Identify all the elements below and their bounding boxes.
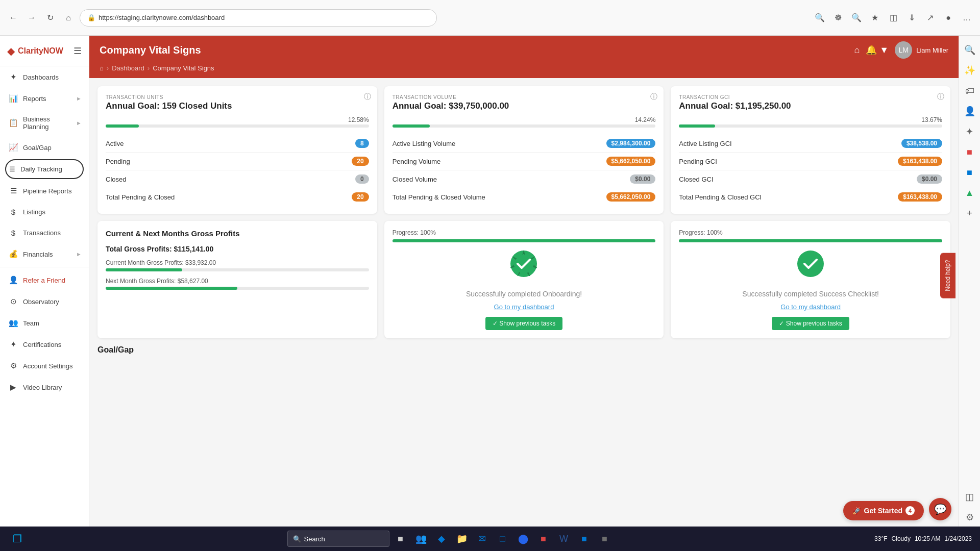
card1-row-pending: Pending 20 <box>106 153 369 170</box>
rp-add-icon[interactable]: + <box>961 204 979 222</box>
show-previous-tasks-button-2[interactable]: ✓ Show previous tasks <box>772 317 849 330</box>
browser-star-icon[interactable]: ★ <box>868 11 882 25</box>
hamburger-menu-icon[interactable]: ☰ <box>74 45 82 57</box>
breadcrumb-dashboard[interactable]: Dashboard <box>112 64 144 72</box>
show-previous-tasks-button-1[interactable]: ✓ Show previous tasks <box>485 317 562 330</box>
sidebar-item-goalgap[interactable]: 📈 Goal/Gap <box>0 137 89 158</box>
rp-outlook-icon[interactable]: ■ <box>961 163 979 182</box>
card3-active-badge: $38,538.00 <box>901 139 942 148</box>
refresh-button[interactable]: ↻ <box>43 11 57 25</box>
taskbar-other-icon[interactable]: ■ <box>596 530 614 548</box>
card1-pending-label: Pending <box>106 158 130 165</box>
back-button[interactable]: ← <box>6 11 20 25</box>
sidebar-item-account-settings[interactable]: ⚙ Account Settings <box>0 355 89 377</box>
card-completed-onboarding: Progress: 100% <box>384 221 664 338</box>
card1-info-icon[interactable]: ⓘ <box>364 92 371 102</box>
need-help-button[interactable]: Need help? <box>940 253 955 298</box>
sidebar-item-financials[interactable]: 💰 Financials ► <box>0 243 89 265</box>
get-started-button[interactable]: 🚀 Get Started 4 <box>843 501 924 520</box>
completed1-progress-fill <box>393 239 656 242</box>
sidebar-item-refer-friend[interactable]: 👤 Refer a Friend <box>0 269 89 291</box>
windows-start-button[interactable]: ❐ <box>8 530 27 548</box>
header-notification-icon[interactable]: 🔔 ▼ <box>866 44 889 56</box>
browser-profile-icon[interactable]: ● <box>941 11 955 25</box>
completed1-link[interactable]: Go to my dashboard <box>494 303 554 311</box>
card3-progress-bg <box>679 124 942 128</box>
browser-download-icon[interactable]: ⇓ <box>904 11 919 25</box>
completed2-message: Successfully completed Success Checklist… <box>742 290 879 298</box>
sidebar-item-reports[interactable]: 📊 Reports ► <box>0 88 89 109</box>
rp-layout-icon[interactable]: ◫ <box>961 488 979 506</box>
card2-info-icon[interactable]: ⓘ <box>650 92 657 102</box>
card2-pending-label: Pending Volume <box>393 158 441 165</box>
url-bar[interactable]: 🔒 https://staging.claritynowre.com/dashb… <box>80 9 437 27</box>
card1-active-label: Active <box>106 140 124 147</box>
card2-row-total: Total Pending & Closed Volume $5,662,050… <box>393 188 656 206</box>
taskbar-office-icon[interactable]: ■ <box>534 530 553 548</box>
browser-search-icon[interactable]: 🔍 <box>813 11 827 25</box>
sidebar-item-business-planning[interactable]: 📋 Business Planning ► <box>0 109 89 137</box>
browser-bar: ← → ↻ ⌂ 🔒 https://staging.claritynowre.c… <box>0 0 980 36</box>
card2-pct: 14.24% <box>393 116 656 123</box>
financials-icon: 💰 <box>9 249 18 259</box>
user-profile[interactable]: LM Liam Miller <box>895 41 948 59</box>
sidebar-label-refer-friend: Refer a Friend <box>23 277 65 284</box>
taskbar-mail-icon[interactable]: ✉ <box>473 530 492 548</box>
taskbar-teams-icon[interactable]: 👥 <box>412 530 430 548</box>
taskbar-dell-icon[interactable]: □ <box>494 530 512 548</box>
card1-total-label: Total Pending & Closed <box>106 193 175 201</box>
sidebar-item-pipeline-reports[interactable]: ☰ Pipeline Reports <box>0 180 89 202</box>
taskbar-explorer-icon[interactable]: 📁 <box>453 530 471 548</box>
browser-menu-icon[interactable]: … <box>960 11 974 25</box>
sidebar-item-listings[interactable]: $ Listings <box>0 202 89 222</box>
chat-button[interactable]: 💬 <box>929 498 951 520</box>
sidebar-item-team[interactable]: 👥 Team <box>0 312 89 334</box>
rp-office-icon[interactable]: ■ <box>961 143 979 161</box>
sidebar-label-certifications: Certifications <box>23 341 61 348</box>
forward-button[interactable]: → <box>24 11 39 25</box>
sidebar-item-daily-tracking[interactable]: ☰ Daily Tracking <box>5 159 84 179</box>
rp-tree-icon[interactable]: ▲ <box>961 184 979 202</box>
account-settings-icon: ⚙ <box>9 361 18 370</box>
daily-tracking-icon: ☰ <box>9 165 15 173</box>
home-button[interactable]: ⌂ <box>61 11 76 25</box>
sidebar-item-dashboards[interactable]: ✦ Dashboards <box>0 66 89 88</box>
taskbar-word-icon[interactable]: W <box>555 530 573 548</box>
completed2-link[interactable]: Go to my dashboard <box>780 303 841 311</box>
logo-icon: ◆ <box>7 45 15 57</box>
content-area: ⓘ TRANSACTION UNITS Annual Goal: 159 Clo… <box>89 78 959 369</box>
header-home-icon[interactable]: ⌂ <box>854 45 860 56</box>
sidebar-label-transactions: Transactions <box>23 229 61 237</box>
rp-sparkle-icon[interactable]: ✨ <box>961 61 979 80</box>
gp-next-label: Next Month Gross Profits: $58,627.00 <box>106 278 369 285</box>
rp-grid-icon[interactable]: ✦ <box>961 122 979 141</box>
sidebar-item-video-library[interactable]: ▶ Video Library <box>0 377 89 398</box>
card3-total-label: Total Pending & Closed GCI <box>679 193 762 201</box>
rp-settings-icon[interactable]: ⚙ <box>961 508 979 527</box>
taskbar-widgets-icon[interactable]: ■ <box>391 530 410 548</box>
sidebar-item-transactions[interactable]: $ Transactions <box>0 222 89 243</box>
rp-search-icon[interactable]: 🔍 <box>961 41 979 59</box>
completed1-progress-label: Progress: 100% <box>393 229 436 236</box>
taskbar-cortana-icon[interactable]: ⬤ <box>514 530 532 548</box>
taskbar-search-bar[interactable]: 🔍 Search <box>287 531 389 547</box>
completed1-progress-bg <box>393 239 656 242</box>
main-content: Company Vital Signs ⌂ 🔔 ▼ LM Liam Miller… <box>89 36 959 527</box>
app-wrapper: ◆ ClarityNOW ☰ ✦ Dashboards 📊 Reports ► … <box>0 36 980 527</box>
rp-person-icon[interactable]: 👤 <box>961 102 979 120</box>
taskbar-outlook-icon[interactable]: ■ <box>575 530 594 548</box>
gp-current-bar-fill <box>106 268 182 271</box>
breadcrumb-current: Company Vital Signs <box>153 64 214 72</box>
rp-tag-icon[interactable]: 🏷 <box>961 82 979 100</box>
taskbar-edge-icon[interactable]: ◆ <box>432 530 451 548</box>
browser-share-icon[interactable]: ↗ <box>923 11 937 25</box>
browser-translate-icon[interactable]: ☸ <box>831 11 845 25</box>
pipeline-reports-icon: ☰ <box>9 186 18 195</box>
transactions-icon: $ <box>9 229 18 237</box>
sidebar-item-observatory[interactable]: ⊙ Observatory <box>0 291 89 312</box>
browser-tab-icon[interactable]: ◫ <box>886 11 900 25</box>
card3-info-icon[interactable]: ⓘ <box>937 92 944 102</box>
team-icon: 👥 <box>9 318 18 328</box>
sidebar-item-certifications[interactable]: ✦ Certifications <box>0 334 89 355</box>
browser-zoom-icon[interactable]: 🔍 <box>849 11 864 25</box>
